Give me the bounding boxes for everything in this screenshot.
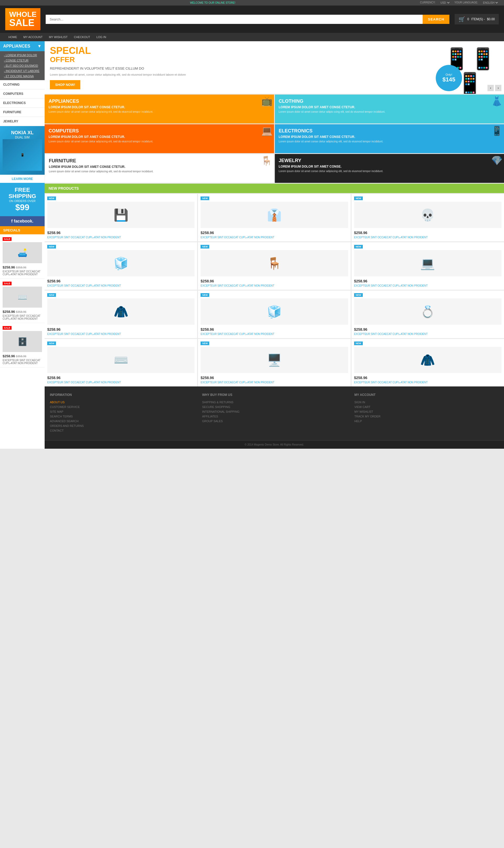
nav-item-home[interactable]: HOME [5,33,20,41]
cart-items: 0 [467,17,469,21]
shop-now-button[interactable]: SHOP NOW! [50,80,80,89]
sidebar-appliances-header[interactable]: APPLIANCES ▼ [0,41,44,51]
hero-price: $145 [443,76,455,83]
footer-link[interactable]: SEARCH TERMS [50,415,194,418]
footer-link[interactable]: SHIPPING & RETURNS [202,401,346,404]
orders-over-text: ON ORDERS OVER [3,200,42,203]
facebook-bar[interactable]: f facebook. [0,216,44,226]
currency-select[interactable]: USD EUR [439,1,450,4]
footer-link[interactable]: INTERNATIONAL SHIPPING [202,410,346,413]
footer-link[interactable]: CONTACT [50,429,194,432]
product-card[interactable]: NEW 💻 $258.96 EXCEPTEUR SINT OCCAECAT CU… [352,242,504,290]
product-price: $258.96 [47,327,195,331]
footer-link[interactable]: VIEW CART [354,405,499,409]
sidebar-specials: SALE 🛋️ $258.96 $358.96 EXCEPTEUR SINT O… [0,234,44,367]
product-card[interactable]: NEW 👔 $258.96 EXCEPTEUR SINT OCCAECAT CU… [198,194,350,241]
slider-next[interactable]: › [495,85,501,91]
special-desc: EXCEPTEUR SINT OCCAECAT CUPIد-ATAT NON P… [3,270,42,276]
product-img: 👔 [201,202,348,228]
sidebar-category-link[interactable]: COMPUTERS [0,89,44,98]
cat-image-icon: 📱 [491,125,503,136]
product-price: $258.96 [354,279,501,283]
new-badge: NEW [47,342,56,345]
footer-link[interactable]: MY WISHLIST [354,410,499,413]
nav-item-log-in[interactable]: LOG IN [93,33,109,41]
footer-link[interactable]: SECURE SHOPPING [202,405,346,409]
nokia-learn-more[interactable]: LEARN MORE [0,175,44,183]
footer-link[interactable]: AFFILIATES [202,415,346,418]
sidebar-sub-item[interactable]: ET DOLORE MAGNA [0,73,44,79]
new-badge: NEW [47,196,56,200]
cat-card-furniture[interactable]: FURNITURE LOREM IPSUM DOLOR SIT AMET CON… [44,154,274,183]
special-item[interactable]: SALE ⌨️ $258.96 $358.96 EXCEPTEUR SINT O… [0,279,44,323]
footer-link[interactable]: SIGN IN [354,401,499,404]
special-price: $258.96 $358.96 [3,265,42,269]
sidebar-category-link[interactable]: JEWELRY [0,117,44,126]
logo-sale: SALE [9,18,36,28]
cart-area[interactable]: 🛒 0 ITEM(S) - $0.00 [455,14,499,24]
special-price-old: $358.96 [16,266,26,269]
footer-link[interactable]: ABOUT US [50,401,194,404]
sidebar-sub-item[interactable]: INCIDIDUNT UT LABORE [0,68,44,73]
footer-col-heading: MY ACCOUNT [354,393,499,397]
sale-badge: SALE [3,326,12,330]
sidebar-category-link[interactable]: CLOTHING [0,80,44,89]
hero-sub: REPREHENDERIT IN VOLUPTATE VELIT ESSE CI… [50,67,441,70]
product-card[interactable]: NEW 💀 $258.96 EXCEPTEUR SINT OCCAECAT CU… [352,194,504,241]
special-item[interactable]: SALE 🛋️ $258.96 $358.96 EXCEPTEUR SINT O… [0,234,44,279]
cat-card-appliances[interactable]: APPLIANCES LOREM IPSUM DOLOR SIT AMET CO… [44,94,274,123]
footer-link[interactable]: SITE MAP [50,410,194,413]
product-name: EXCEPTEUR SINT OCCAECAT CUPIد-ATAT NON P… [201,236,348,239]
sidebar-category-clothing[interactable]: CLOTHING [0,80,44,89]
sidebar-category-furniture[interactable]: FURNITURE [0,108,44,117]
product-card[interactable]: NEW 🧥 $258.96 EXCEPTEUR SINT OCCAECAT CU… [352,339,504,386]
product-card[interactable]: NEW 🧊 $258.96 EXCEPTEUR SINT OCCAECAT CU… [198,291,350,338]
footer-link[interactable]: ADVANCED SEARCH [50,419,194,423]
language-select[interactable]: ENGLISH FRENCH [482,1,499,4]
sidebar-category-link[interactable]: ELECTRONICS [0,99,44,107]
cat-lorem: LOREM IPSUM DOLOR SIT AMET CONSE CTETUR. [279,105,500,109]
product-card[interactable]: NEW 🖥️ $258.96 EXCEPTEUR SINT OCCAECAT C… [198,339,350,386]
cat-card-clothing[interactable]: CLOTHING LOREM IPSUM DOLOR SIT AMET CONS… [275,94,504,123]
footer-link[interactable]: CUSTOMER SERVICE [50,405,194,409]
sidebar-sub-item[interactable]: LOREM IPSUM DOLOR [0,53,44,58]
footer-link[interactable]: GROUP SALES [202,419,346,423]
sidebar-sub-item[interactable]: CONSE CTETUR [0,58,44,63]
product-card[interactable]: NEW 💾 $258.96 EXCEPTEUR SINT OCCAECAT CU… [44,194,197,241]
special-item[interactable]: SALE 🗄️ $258.96 $358.96 EXCEPTEUR SINT O… [0,323,44,367]
footer-link[interactable]: ORDERS AND RETURNS [50,424,194,428]
product-card[interactable]: NEW 💍 $258.96 EXCEPTEUR SINT OCCAECAT CU… [352,291,504,338]
search-input[interactable] [46,15,422,24]
sidebar-category-link[interactable]: FURNITURE [0,108,44,117]
sidebar-sub-item[interactable]: ELIT SEO DO EIUSMOD [0,63,44,68]
category-grid: APPLIANCES LOREM IPSUM DOLOR SIT AMET CO… [44,94,504,183]
product-card[interactable]: NEW 🧊 $258.96 EXCEPTEUR SINT OCCAECAT CU… [44,242,197,290]
footer: INFORMATIONABOUT USCUSTOMER SERVICESITE … [44,386,504,449]
nav-item-checkout[interactable]: CHECKOUT [71,33,93,41]
logo[interactable]: WHOLE SALE [5,8,40,30]
hero-slider: SPECIAL OFFER REPREHENDERIT IN VOLUPTATE… [44,41,504,94]
sidebar-category-electronics[interactable]: ELECTRONICS [0,99,44,108]
cart-label: ITEM(S) - [471,17,485,21]
cat-card-jewelry[interactable]: JEWELRY LOREM IPSUM DOLOR SIT AMET CONSE… [275,154,504,183]
footer-link[interactable]: HELP [354,419,499,423]
nokia-phone-icon: 📱 [20,153,24,157]
nav-item-my-account[interactable]: MY ACCOUNT [20,33,46,41]
cat-card-electronics[interactable]: ELECTRONICS LOREM IPSUM DOLOR SIT AMET C… [275,124,504,153]
sidebar-category-computers[interactable]: COMPUTERS [0,89,44,99]
product-img: 🧊 [201,298,348,325]
product-img: 💀 [354,202,501,228]
product-img: 💻 [354,250,501,276]
hero-right: 📱📱📱 Only! $145 [441,47,499,88]
sidebar-category-jewelry[interactable]: JEWELRY [0,117,44,126]
product-card[interactable]: NEW 🧥 $258.96 EXCEPTEUR SINT OCCAECAT CU… [44,291,197,338]
cat-desc: Lorem ipsum dolor sit amet conse ctetur … [49,140,270,143]
product-card[interactable]: NEW ⌨️ $258.96 EXCEPTEUR SINT OCCAECAT C… [44,339,197,386]
slider-prev[interactable]: ‹ [487,85,494,91]
product-card[interactable]: NEW 🪑 $258.96 EXCEPTEUR SINT OCCAECAT CU… [198,242,350,290]
cat-card-computers[interactable]: COMPUTERS LOREM IPSUM DOLOR SIT AMET CON… [44,124,274,153]
nav-item-my-wishlist[interactable]: MY WISHLIST [46,33,71,41]
footer-link[interactable]: TRACK MY ORDER [354,415,499,418]
search-button[interactable]: SEARCH [422,15,449,24]
footer-col-heading: WHY BUY FROM US [202,393,346,397]
